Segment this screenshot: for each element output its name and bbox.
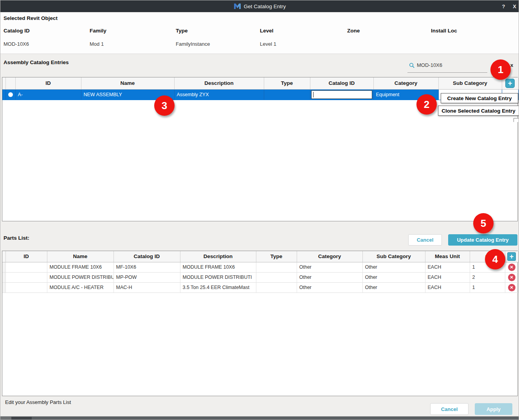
catalog-search-input[interactable]: MOD-10X6 — [407, 61, 487, 73]
annotation-3: 3 — [154, 95, 175, 116]
cell-category[interactable]: Other — [297, 262, 362, 272]
footer-apply-button[interactable]: Apply — [475, 403, 512, 415]
cell-description[interactable]: MODULE FRAME 10X6 — [180, 262, 256, 272]
annotation-2: 2 — [416, 94, 437, 115]
cell-meas-unit[interactable]: EACH — [425, 282, 470, 293]
cell-type[interactable] — [256, 262, 297, 272]
menu-item-partial — [514, 118, 519, 122]
cell-sub-category[interactable]: Other — [362, 262, 425, 272]
app-logo-icon — [234, 3, 241, 9]
cell-sub-category[interactable]: Other — [362, 272, 425, 282]
field-value-catalog-id: MOD-10X6 — [4, 41, 29, 47]
cell-type[interactable] — [256, 272, 297, 282]
cell-catalog-id[interactable]: MAC-H — [114, 282, 180, 293]
add-catalog-entry-button[interactable]: + — [505, 79, 515, 88]
selected-revit-object-panel: Selected Revit Object Catalog ID Family … — [0, 13, 519, 54]
close-button[interactable]: X — [513, 4, 516, 9]
col-name[interactable]: Name — [81, 77, 174, 89]
cell-sub-category[interactable]: Other — [362, 282, 425, 293]
row-selected-radio[interactable] — [8, 92, 13, 97]
field-value-family: Mod 1 — [90, 41, 104, 47]
get-catalog-entry-dialog: Get Catalog Entry ? X Selected Revit Obj… — [0, 0, 519, 420]
field-value-type: FamilyInstance — [176, 41, 210, 47]
col-radio — [5, 77, 15, 89]
cell-category[interactable]: Other — [297, 272, 362, 282]
catalog-id-edit-field[interactable] — [311, 90, 372, 99]
col-id[interactable]: ID — [5, 251, 47, 262]
col-category[interactable]: Category — [373, 77, 438, 89]
parts-list-table: ID Name Catalog ID Description Type Cate… — [2, 251, 518, 396]
assembly-header-row: ID Name Description Type Catalog ID Cate… — [2, 77, 518, 89]
field-label-family: Family — [90, 28, 106, 34]
parts-table-row[interactable]: MODULE A/C - HEATER MAC-H 3.5 Ton 25.4 E… — [2, 282, 518, 293]
cell-id[interactable] — [5, 282, 47, 293]
parts-cancel-button[interactable]: Cancel — [408, 234, 442, 246]
annotation-1: 1 — [490, 59, 511, 80]
delete-row-button[interactable]: ✕ — [508, 274, 515, 281]
search-clear-button[interactable]: x — [510, 62, 513, 68]
cell-meas-unit[interactable]: EACH — [425, 262, 470, 272]
menu-item-create-new-catalog-entry[interactable]: Create New Catalog Entry — [441, 93, 518, 103]
assembly-catalog-entries-title: Assembly Catalog Entries — [4, 59, 69, 65]
window-title: Get Catalog Entry — [244, 4, 286, 9]
field-label-install-loc: Install Loc — [431, 28, 457, 34]
update-catalog-entry-button[interactable]: Update Catalog Entry — [448, 234, 517, 246]
footer-hint: Edit your Assembly Parts List — [5, 399, 71, 405]
col-sub-category[interactable]: Sub Category — [438, 77, 502, 89]
col-type[interactable]: Type — [256, 251, 297, 262]
search-icon — [409, 63, 415, 68]
cell-id[interactable] — [5, 272, 47, 282]
parts-table-row[interactable]: MODULE FRAME 10X6 MF-10X6 MODULE FRAME 1… — [2, 262, 518, 272]
title-bar: Get Catalog Entry ? X — [0, 0, 519, 12]
bottom-taskbar-strip — [0, 416, 519, 420]
cell-catalog-id[interactable]: MP-POW — [114, 272, 180, 282]
parts-list-title: Parts List: — [4, 235, 29, 241]
field-label-catalog-id: Catalog ID — [4, 28, 30, 34]
cell-name[interactable]: MODULE FRAME 10X6 — [47, 262, 114, 272]
add-part-button[interactable]: + — [507, 252, 516, 261]
search-value: MOD-10X6 — [417, 62, 442, 68]
col-type[interactable]: Type — [264, 77, 310, 89]
col-name[interactable]: Name — [47, 251, 114, 262]
cell-type[interactable] — [264, 89, 310, 100]
field-label-level: Level — [260, 28, 274, 34]
cell-description[interactable]: MODULE POWER DISTRIBUTI — [180, 272, 256, 282]
col-description[interactable]: Description — [174, 77, 264, 89]
parts-table-row[interactable]: MODULE POWER DISTRIBUTI MP-POW MODULE PO… — [2, 272, 518, 282]
menu-item-clone-selected-catalog-entry[interactable]: Clone Selected Catalog Entry — [438, 106, 519, 116]
col-catalog-id[interactable]: Catalog ID — [310, 77, 373, 89]
field-label-zone: Zone — [347, 28, 360, 34]
cell-name[interactable]: MODULE A/C - HEATER — [47, 282, 114, 293]
cell-name[interactable]: MODULE POWER DISTRIBUTI — [47, 272, 114, 282]
col-id[interactable]: ID — [15, 77, 81, 89]
col-meas-unit[interactable]: Meas Unit — [425, 251, 470, 262]
delete-row-button[interactable]: ✕ — [508, 264, 515, 271]
annotation-4: 4 — [485, 249, 505, 269]
cell-qty[interactable]: 1 — [470, 282, 505, 293]
col-catalog-id[interactable]: Catalog ID — [114, 251, 180, 262]
selected-revit-object-title: Selected Revit Object — [4, 15, 58, 21]
cell-description[interactable]: 3.5 Ton 25.4 EER ClimateMast — [180, 282, 256, 293]
cell-id[interactable]: A- — [15, 89, 81, 100]
field-label-type: Type — [176, 28, 188, 34]
cell-description[interactable]: Assembly ZYX — [174, 89, 264, 100]
col-sub-category[interactable]: Sub Category — [362, 251, 425, 262]
footer-cancel-button[interactable]: Cancel — [430, 403, 469, 415]
col-description[interactable]: Description — [180, 251, 256, 262]
cell-type[interactable] — [256, 282, 297, 293]
cell-meas-unit[interactable]: EACH — [425, 272, 470, 282]
parts-header-row: ID Name Catalog ID Description Type Cate… — [2, 251, 518, 262]
cell-id[interactable] — [5, 262, 47, 272]
cell-qty[interactable]: 2 — [470, 272, 505, 282]
help-button[interactable]: ? — [502, 4, 505, 9]
annotation-5: 5 — [473, 213, 494, 233]
field-value-level: Level 1 — [260, 41, 276, 47]
delete-row-button[interactable]: ✕ — [508, 284, 515, 291]
cell-catalog-id[interactable]: MF-10X6 — [114, 262, 180, 272]
cell-category[interactable]: Other — [297, 282, 362, 293]
col-category[interactable]: Category — [297, 251, 362, 262]
